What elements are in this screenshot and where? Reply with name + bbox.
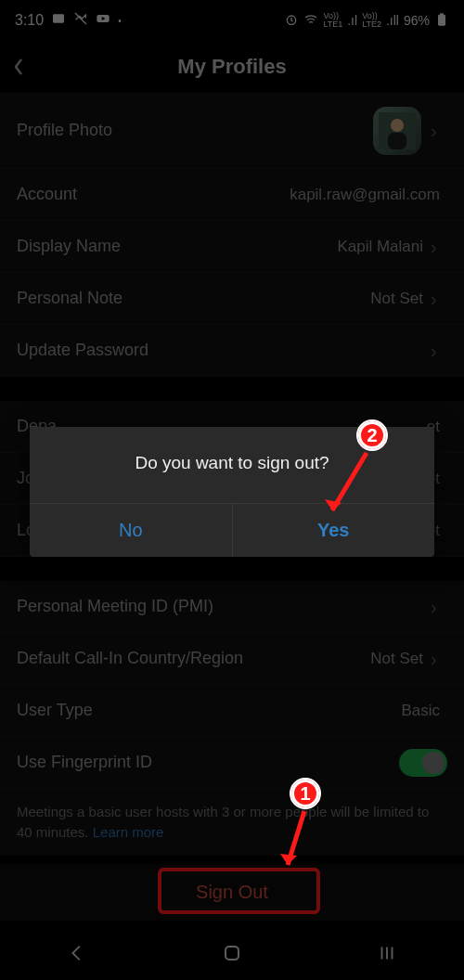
- nav-back-button[interactable]: [67, 943, 87, 969]
- signal1-icon: .ıl: [347, 13, 357, 28]
- pmi-row[interactable]: Personal Meeting ID (PMI) ›: [0, 581, 464, 633]
- battery-icon: [434, 12, 449, 30]
- profile-photo-row[interactable]: Profile Photo ›: [0, 93, 464, 169]
- chevron-right-icon: ›: [431, 650, 447, 668]
- pmi-label: Personal Meeting ID (PMI): [17, 597, 213, 616]
- callin-label: Default Call-In Country/Region: [17, 649, 243, 668]
- account-row: Account kapil.raw@gmail.com: [0, 169, 464, 221]
- chevron-right-icon: ›: [431, 598, 447, 616]
- svg-rect-9: [226, 947, 238, 960]
- plan-note: Meetings a basic user hosts with 3 or mo…: [0, 789, 464, 856]
- youtube-icon: [96, 11, 110, 30]
- page-title: My Profiles: [0, 55, 464, 79]
- annotation-rect-signout: [158, 868, 320, 914]
- status-bar: 3:10 • Vo))LTE1 .ıl Vo))LTE2 .ıll 96%: [0, 0, 464, 41]
- svg-rect-8: [388, 133, 406, 149]
- header: My Profiles: [0, 41, 464, 93]
- callin-value: Not Set: [243, 650, 431, 668]
- android-navbar: [0, 932, 464, 980]
- usertype-label: User Type: [17, 701, 93, 720]
- svg-rect-5: [440, 13, 444, 15]
- svg-point-7: [391, 119, 404, 132]
- personal-note-value: Not Set: [122, 290, 431, 308]
- alarm-icon: [284, 12, 299, 30]
- chevron-right-icon: ›: [431, 290, 447, 308]
- usertype-value: Basic: [93, 702, 447, 720]
- account-label: Account: [17, 185, 77, 204]
- account-value: kapil.raw@gmail.com: [77, 186, 447, 204]
- profile-photo-label: Profile Photo: [17, 121, 112, 140]
- update-password-row[interactable]: Update Password ›: [0, 325, 464, 377]
- display-name-label: Display Name: [17, 237, 121, 256]
- battery-text: 96%: [404, 13, 430, 28]
- svg-rect-0: [53, 14, 64, 22]
- personal-note-label: Personal Note: [17, 289, 122, 308]
- svg-rect-4: [438, 14, 445, 25]
- learn-more-link[interactable]: Learn more: [93, 824, 164, 840]
- fingerprint-row[interactable]: Use Fingerprint ID: [0, 737, 464, 789]
- sim2-icon: Vo))LTE2: [362, 12, 381, 29]
- update-password-label: Update Password: [17, 341, 148, 360]
- status-time: 3:10: [15, 12, 44, 29]
- dialog-yes-button[interactable]: Yes: [232, 504, 435, 557]
- chevron-right-icon: ›: [431, 238, 447, 256]
- callin-row[interactable]: Default Call-In Country/Region Not Set ›: [0, 633, 464, 685]
- fingerprint-toggle[interactable]: [399, 749, 447, 777]
- usertype-row: User Type Basic: [0, 685, 464, 737]
- fingerprint-label: Use Fingerprint ID: [17, 753, 152, 772]
- dialog-no-button[interactable]: No: [30, 504, 232, 557]
- dot-icon: •: [118, 16, 122, 26]
- dialog-message: Do you want to sign out?: [30, 427, 434, 503]
- display-name-row[interactable]: Display Name Kapil Malani ›: [0, 221, 464, 273]
- image-icon: [51, 11, 66, 30]
- wifi-icon: [303, 12, 318, 30]
- chevron-right-icon: ›: [431, 342, 447, 360]
- sign-out-dialog: Do you want to sign out? No Yes: [30, 427, 434, 557]
- display-name-value: Kapil Malani: [121, 238, 431, 256]
- personal-note-row[interactable]: Personal Note Not Set ›: [0, 273, 464, 325]
- missed-call-icon: [73, 11, 88, 30]
- avatar: [373, 107, 421, 155]
- nav-recents-button[interactable]: [377, 943, 397, 969]
- chevron-right-icon: ›: [431, 122, 447, 140]
- nav-home-button[interactable]: [221, 942, 243, 970]
- signal2-icon: .ıll: [386, 13, 399, 28]
- plan-note-text: Meetings a basic user hosts with 3 or mo…: [17, 804, 429, 840]
- sim1-icon: Vo))LTE1: [323, 12, 342, 29]
